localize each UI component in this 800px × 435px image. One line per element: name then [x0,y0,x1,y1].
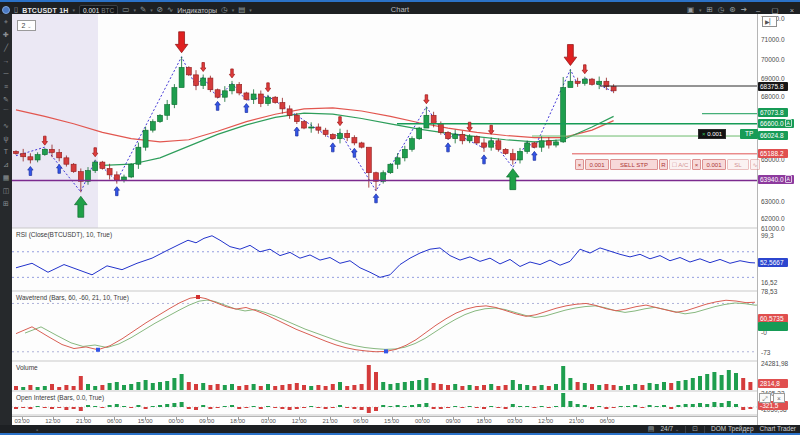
draw-caret-icon[interactable]: ▾ [150,7,153,13]
time-label: 00:00 [163,418,189,424]
screenshot-caret-icon[interactable]: ▾ [699,7,702,13]
session-selector[interactable]: 24/7 ⌄ [660,425,679,433]
price-axis[interactable]: ▶▏ ⤢ × 72000.071000.070000.069000.068000… [757,14,800,425]
axis-label: 99,3 [761,232,774,239]
time-label: 03:00 [9,418,35,424]
order-box-sellstp[interactable]: SELL STP [610,159,658,170]
price-badge: 52,5667 [758,258,788,267]
time-label: 06:00 [101,418,127,424]
price-badge: 66024.8 [758,131,788,140]
price-badge [758,322,788,331]
price-badge: 68375.8 [758,82,788,91]
price-badge: 67073.8 [758,108,788,117]
volume-panel-label[interactable]: Volume [16,364,38,371]
time-label: 09:00 [194,418,220,424]
wavetrend-panel-label[interactable]: Wavetrend (Bars, 60, -60, 21, 10, True) [16,294,129,301]
order-box-ac[interactable]: ☐ A/C [669,159,691,170]
order-box-[interactable]: ∿ [750,159,760,170]
time-axis[interactable]: 03:0012:0021:0006:0015:0000:0009:0018:00… [12,416,757,425]
axis-label: 78,53 [761,288,777,295]
time-label: 18:00 [471,418,497,424]
text-tool[interactable]: T [4,148,8,156]
time-label: 21:00 [563,418,589,424]
timeframe-caret-icon: ⌄ [27,23,31,29]
axis-label: 69000.0 [761,75,785,82]
status-bar: ▪ ▤ 24/7 ⌄ ⊡ DOM Трейдер Chart Trader [0,425,800,435]
dom-trader-link[interactable]: DOM Трейдер [711,425,753,433]
axis-label: 70000.0 [761,56,785,63]
axis-label: 68000.0 [761,93,785,100]
status-left-icon: ▪ [36,427,38,433]
timeframe-value: 2 [21,22,25,29]
trend-line-tool[interactable]: ╱ [4,44,8,52]
time-label: 21:00 [71,418,97,424]
statusbar-divider [704,426,705,433]
chart-svg[interactable] [12,14,758,416]
crosshair-tool[interactable]: ⌖ [4,18,8,26]
pitchfork-tool[interactable]: ψ [4,135,9,143]
order-box-[interactable]: × [575,159,584,170]
timeframe-box[interactable]: 2 ⌄ [17,20,36,31]
axis-label: 63000.0 [761,198,785,205]
order-box-0001[interactable]: 0.001 [585,159,609,170]
close-panel-button[interactable]: × [773,393,785,403]
order-box-[interactable]: × [692,159,701,170]
chart-canvas[interactable]: 2 ⌄ RSI (Close(BTCUSDT), 10, True) Wavet… [12,14,758,416]
time-label: 15:00 [132,418,158,424]
time-label: 15:00 [379,418,405,424]
layout-caret-icon[interactable]: ▾ [249,7,252,13]
time-label: 18:00 [225,418,251,424]
fibonacci-tool[interactable]: ≡ [4,83,8,91]
order-box-0001[interactable]: 0.001 [702,159,726,170]
time-label: 09:00 [440,418,466,424]
rsi-panel-label[interactable]: RSI (Close(BTCUSDT), 10, True) [16,231,112,238]
clock-caret-icon[interactable]: ▾ [232,7,235,13]
windows-icon[interactable]: ▤ [648,425,655,433]
time-label: 12:00 [286,418,312,424]
region-tool[interactable]: ◫ [3,187,10,195]
order-box-sl[interactable]: SL [727,159,749,170]
time-label: 03:00 [255,418,281,424]
window-titlebar: ▯ BTCUSDT 1H ▾ 0.001 BTC ▭▾ ✎▾ ⊘ ∿ Индик… [0,0,800,14]
open-interest-panel-label[interactable]: Open Interest (Bars, 0.0, True) [16,394,104,401]
price-badge: 63940.0A [758,175,794,184]
quantity-unit: BTC [101,7,114,14]
chart-trader-link[interactable]: Chart Trader [760,425,797,433]
ray-tool[interactable]: → [3,57,10,65]
axis-label: 71000.0 [761,36,785,43]
tp-quantity-box[interactable]: × 0.001 [698,129,726,139]
alerts-caret-icon[interactable]: ▾ [133,7,136,13]
price-badge: 66600.0A [758,119,794,128]
maximize-panel-button[interactable]: ⤢ [759,393,771,403]
arc-tool[interactable]: ⌒ [3,109,10,117]
time-label: 21:00 [317,418,343,424]
tp-label-badge[interactable]: TP [740,129,758,139]
grid-tool[interactable]: ▦ [3,174,10,182]
time-label: 03:00 [502,418,528,424]
print-icon[interactable]: ⊡ [692,425,698,433]
axis-label: 61000.0 [761,225,785,232]
statusbar-divider [685,426,686,433]
triangle-tool[interactable]: ⊿ [3,161,9,169]
time-label: 06:00 [594,418,620,424]
pencil-tool[interactable]: ✎ [3,96,9,104]
time-label: 00:00 [409,418,435,424]
chart-window: ▯ BTCUSDT 1H ▾ 0.001 BTC ▭▾ ✎▾ ⊘ ∿ Индик… [0,0,800,435]
quantity-value: 0.001 [83,7,99,14]
instrument-caret-icon[interactable]: ▾ [72,7,75,13]
app-logo-icon[interactable] [2,6,10,14]
time-label: 06:00 [348,418,374,424]
order-box-r[interactable]: R [659,159,668,170]
axis-label: 16,52 [761,279,777,286]
instrument-selector[interactable]: BTCUSDT 1H [22,7,68,14]
drawing-toolbar: ⌖✚╱→─≡✎⌒∿ψT⊿▦◫⊞ [0,14,12,425]
price-badge: 2814,8 [758,379,788,388]
cursor-tool[interactable]: ✚ [3,31,9,39]
ruler-tool[interactable]: ⊞ [3,200,9,208]
tp-quantity-value: 0.001 [707,131,722,137]
horizontal-line-tool[interactable]: ─ [4,70,9,78]
wave-tool[interactable]: ∿ [3,122,9,130]
tp-close-icon[interactable]: × [702,131,706,137]
goto-end-button[interactable]: ▶▏ [762,16,777,27]
indicators-button[interactable]: Индикаторы [177,7,217,14]
